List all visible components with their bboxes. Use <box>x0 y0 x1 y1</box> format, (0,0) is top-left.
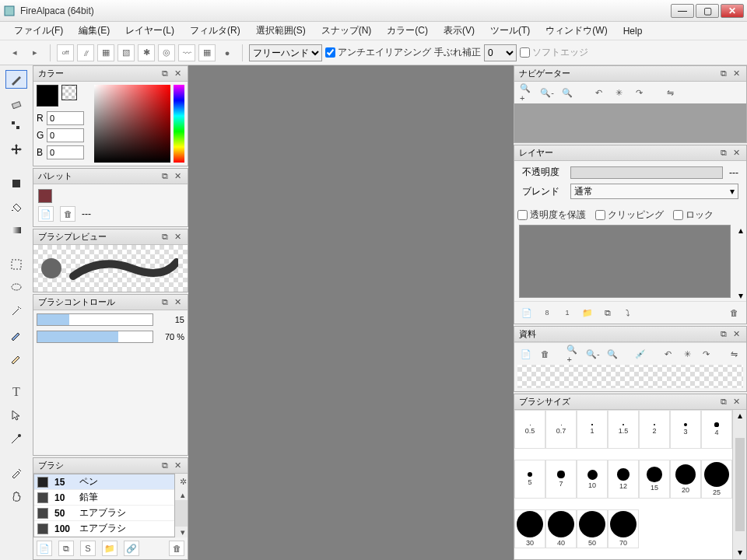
ref-zoomin-button[interactable]: 🔍+ <box>566 346 580 362</box>
ref-open-button[interactable]: 📄 <box>519 346 533 362</box>
snap-radial-button[interactable]: ✱ <box>138 44 155 61</box>
ref-eyedropper-button[interactable]: 💉 <box>633 346 647 362</box>
brush-tool[interactable] <box>5 70 27 89</box>
redo-button[interactable]: ▸ <box>26 44 44 61</box>
brush-item[interactable]: 10鉛筆 <box>34 490 174 506</box>
brush-delete-button[interactable]: 🗑 <box>169 541 184 556</box>
close-icon[interactable]: ✕ <box>172 232 183 243</box>
layer-folder-button[interactable]: 📁 <box>580 305 595 320</box>
menu-filter[interactable]: フィルタ(R) <box>182 24 248 37</box>
zoom-out-icon[interactable]: 🔍- <box>539 85 555 100</box>
maximize-button[interactable]: ▢ <box>696 4 719 18</box>
brush-size-cell[interactable]: 40 <box>545 509 577 548</box>
close-icon[interactable]: ✕ <box>172 68 183 79</box>
hue-slider[interactable] <box>174 85 184 163</box>
close-icon[interactable]: ✕ <box>172 460 183 471</box>
blend-mode-select[interactable]: 通常▾ <box>570 184 738 199</box>
softedge-checkbox[interactable]: ソフトエッジ <box>520 46 588 59</box>
brush-size-cell[interactable]: 2 <box>639 410 670 449</box>
undo-button[interactable]: ◂ <box>6 44 23 61</box>
draw-mode-select[interactable]: フリーハンド <box>249 44 322 61</box>
brush-item[interactable]: 50エアブラシ <box>34 506 174 521</box>
brush-new-button[interactable]: 📄 <box>37 541 52 556</box>
bucket-tool[interactable] <box>5 198 27 216</box>
brush-size-cell[interactable]: 25 <box>701 460 732 499</box>
brush-size-cell[interactable]: 70 <box>608 509 639 548</box>
close-icon[interactable]: ✕ <box>731 148 742 159</box>
brush-size-cell[interactable]: 0.7 <box>545 410 577 449</box>
dock-icon[interactable]: ⧉ <box>160 297 170 308</box>
dock-icon[interactable]: ⧉ <box>718 397 729 408</box>
eyedropper-tool[interactable] <box>5 464 27 482</box>
antialias-checkbox[interactable]: アンチエイリアシング <box>325 46 431 59</box>
color-field[interactable] <box>94 85 170 163</box>
menu-snap[interactable]: スナップ(N) <box>314 24 380 37</box>
snap-grid-button[interactable]: ▦ <box>97 44 114 61</box>
canvas-area[interactable] <box>188 65 514 560</box>
brush-folder-button[interactable]: 📁 <box>102 541 117 556</box>
palette-chip[interactable] <box>38 189 52 203</box>
zoom-in-icon[interactable]: 🔍+ <box>519 85 535 100</box>
ref-zoomout-button[interactable]: 🔍- <box>585 346 601 362</box>
brush-dup-button[interactable]: ⧉ <box>58 541 74 556</box>
brush-size-cell[interactable]: 7 <box>545 460 577 499</box>
selecterase-tool[interactable] <box>5 348 27 367</box>
r-input[interactable] <box>47 111 84 125</box>
rotate-ccw-icon[interactable]: ↶ <box>591 85 606 100</box>
close-icon[interactable]: ✕ <box>731 397 742 408</box>
background-swatch[interactable] <box>61 85 77 100</box>
brush-size-cell[interactable]: 3 <box>670 410 701 449</box>
dock-icon[interactable]: ⧉ <box>160 232 170 243</box>
layer-delete-button[interactable]: 🗑 <box>726 305 742 320</box>
gradient-tool[interactable] <box>5 221 27 240</box>
brush-scrollbar[interactable] <box>175 500 188 527</box>
select-rect-tool[interactable] <box>5 255 27 274</box>
dock-icon[interactable]: ⧉ <box>160 68 170 79</box>
ref-flip-button[interactable]: ⇋ <box>728 346 742 362</box>
lasso-tool[interactable] <box>5 278 27 297</box>
layer-8bit-button[interactable]: 8 <box>539 305 555 320</box>
layer-scroll-up[interactable]: ▴ <box>735 225 746 236</box>
layer-opacity-slider[interactable] <box>570 166 723 179</box>
brush-item[interactable]: 15ペン <box>34 474 174 490</box>
menu-color[interactable]: カラー(C) <box>379 24 436 37</box>
brush-link-button[interactable]: 🔗 <box>124 541 139 556</box>
close-icon[interactable]: ✕ <box>731 68 742 79</box>
close-icon[interactable]: ✕ <box>172 171 183 182</box>
opacity-slider[interactable] <box>37 331 153 343</box>
menu-window[interactable]: ウィンドウ(W) <box>538 24 615 37</box>
snap-parallel-button[interactable]: ⫽ <box>77 44 94 61</box>
dot-tool[interactable] <box>5 117 27 135</box>
ref-rotcw-button[interactable]: ↷ <box>700 346 714 362</box>
text-tool[interactable]: T <box>5 383 27 401</box>
brush-size-cell[interactable]: 0.5 <box>514 410 545 449</box>
dock-icon[interactable]: ⧉ <box>718 68 729 79</box>
menu-view[interactable]: 表示(V) <box>436 24 482 37</box>
snap-point-button[interactable]: ● <box>219 44 236 61</box>
layer-dup-button[interactable]: ⧉ <box>600 305 615 320</box>
menu-select[interactable]: 選択範囲(S) <box>248 24 314 37</box>
foreground-swatch[interactable] <box>37 85 58 107</box>
wand-tool[interactable] <box>5 302 27 320</box>
menu-help[interactable]: Help <box>615 26 651 37</box>
menu-file[interactable]: ファイル(F) <box>6 24 71 37</box>
ref-rotccw-button[interactable]: ↶ <box>661 346 675 362</box>
brush-size-cell[interactable]: 30 <box>514 509 545 548</box>
brush-script-button[interactable]: S <box>80 541 96 556</box>
snap-3d-button[interactable]: ▦ <box>198 44 216 61</box>
selectpen-tool[interactable] <box>5 325 27 344</box>
brush-size-cell[interactable]: 4 <box>701 410 732 449</box>
close-icon[interactable]: ✕ <box>731 329 742 340</box>
brush-size-cell[interactable]: 20 <box>670 460 701 499</box>
snap-perspective-button[interactable]: ▧ <box>117 44 135 61</box>
dock-icon[interactable]: ⧉ <box>160 460 170 471</box>
layer-scroll-down[interactable]: ▾ <box>735 290 746 301</box>
snap-curve-button[interactable]: 〰 <box>178 44 195 61</box>
snap-circle-button[interactable]: ◎ <box>158 44 175 61</box>
brush-size-scrollbar[interactable]: ▴▾ <box>732 410 746 559</box>
lock-checkbox[interactable]: ロック <box>673 208 714 222</box>
object-tool[interactable] <box>5 406 27 425</box>
stabilizer-select[interactable]: 0 <box>484 44 517 61</box>
reference-canvas[interactable] <box>517 365 743 388</box>
brush-size-cell[interactable]: 1 <box>577 410 608 449</box>
